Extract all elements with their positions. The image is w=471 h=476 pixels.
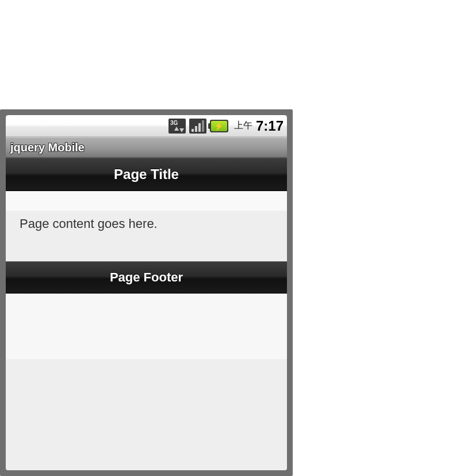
page-footer-text: Page Footer	[6, 270, 287, 285]
signal-strength-icon	[189, 119, 206, 134]
page-content: Page content goes here.	[6, 191, 287, 261]
app-title: jquery Mobile	[10, 141, 85, 154]
battery-charging-icon: ⚡	[210, 120, 228, 132]
status-bar[interactable]: 3G ⚡ 上午 7:17	[6, 115, 287, 137]
device-screen: 3G ⚡ 上午 7:17	[6, 115, 287, 470]
device-frame: 3G ⚡ 上午 7:17	[0, 109, 293, 476]
app-title-bar: jquery Mobile	[6, 137, 287, 158]
page-content-text: Page content goes here.	[20, 216, 273, 231]
time-meridiem: 上午	[234, 120, 252, 132]
network-3g-icon: 3G	[169, 119, 186, 134]
page-body-blank	[6, 294, 287, 470]
page-header: Page Title	[6, 158, 287, 191]
page-title: Page Title	[6, 166, 287, 182]
page-footer: Page Footer	[6, 261, 287, 294]
clock-time: 7:17	[256, 118, 284, 134]
status-icons: 3G ⚡	[169, 119, 228, 134]
